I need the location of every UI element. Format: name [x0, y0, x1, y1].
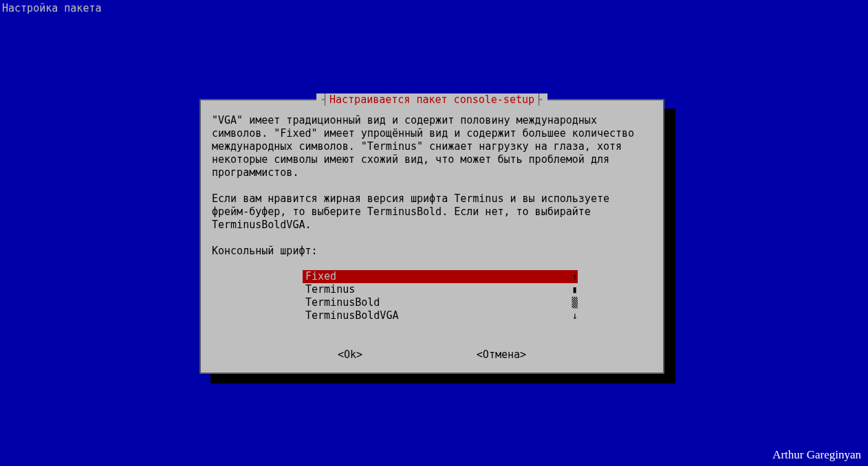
dialog-title-text: Настраивается пакет console-setup	[329, 93, 534, 106]
config-dialog: ┤Настраивается пакет console-setup├ "VGA…	[199, 99, 664, 374]
option-terminus[interactable]: Terminus	[303, 283, 578, 296]
scroll-track-icon: ▒	[572, 296, 578, 309]
watermark: Arthur Gareginyan	[772, 448, 861, 462]
options-area: Fixed Terminus TerminusBold TerminusBold…	[212, 270, 652, 322]
scroll-up-icon: ↑	[572, 270, 578, 283]
ok-button[interactable]: <Ok>	[338, 348, 362, 362]
options-list[interactable]: Fixed Terminus TerminusBold TerminusBold…	[303, 270, 578, 322]
page-title: Настройка пакета	[2, 2, 102, 14]
cancel-button[interactable]: <Отмена>	[477, 348, 526, 362]
scroll-thumb-icon: ▮	[572, 283, 578, 296]
dialog-body: "VGA" имеет традиционный вид и содержит …	[201, 100, 663, 368]
dialog-title: ┤Настраивается пакет console-setup├	[316, 93, 547, 106]
option-terminusboldvga[interactable]: TerminusBoldVGA	[303, 309, 578, 322]
description-paragraph-1: "VGA" имеет традиционный вид и содержит …	[212, 114, 652, 179]
option-fixed[interactable]: Fixed	[303, 270, 578, 283]
dialog-title-wrap: ┤Настраивается пакет console-setup├	[201, 93, 663, 106]
buttons-row: <Ok> <Отмена>	[212, 348, 652, 362]
description-paragraph-2: Если вам нравится жирная версия шрифта T…	[212, 192, 652, 232]
scroll-indicators: ↑ ▮ ▒ ↓	[572, 270, 578, 322]
option-terminusbold[interactable]: TerminusBold	[303, 296, 578, 309]
scroll-down-icon: ↓	[572, 309, 578, 322]
prompt-label: Консольный шрифт:	[212, 245, 652, 258]
